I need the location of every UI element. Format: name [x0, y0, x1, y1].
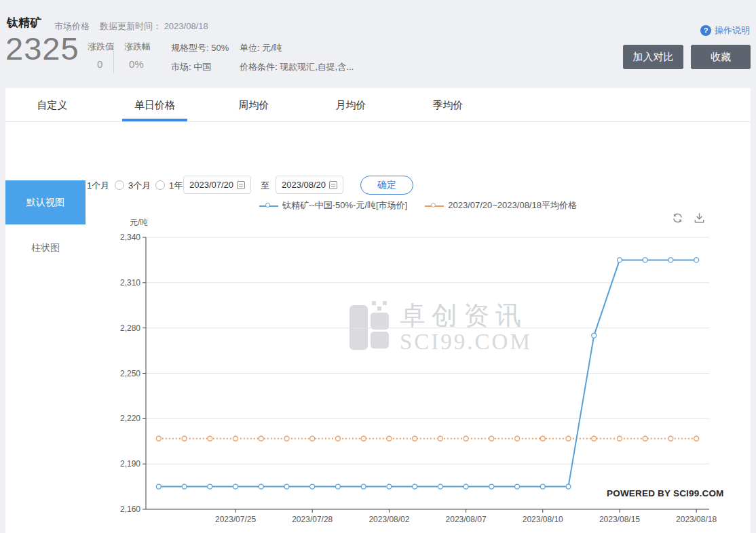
- legend-label: 钛精矿--中国-50%-元/吨[市场价]: [282, 199, 407, 212]
- svg-text:2023/08/07: 2023/08/07: [446, 515, 487, 524]
- line-marker-icon: [259, 203, 278, 209]
- filter-row: 时间周期 1个月 3个月 1年 2023/07/20 至 2023/08/20 …: [5, 122, 751, 170]
- tab-quarterly-avg[interactable]: 季均价: [433, 99, 464, 112]
- legend-label: 2023/07/20~2023/08/18平均价格: [448, 199, 577, 212]
- y-axis-unit-label: 元/吨: [130, 217, 148, 229]
- download-icon[interactable]: [693, 212, 706, 224]
- svg-text:2023/08/18: 2023/08/18: [676, 515, 717, 524]
- help-label: 操作说明: [715, 24, 750, 37]
- svg-text:2,220: 2,220: [120, 414, 140, 423]
- tab-daily-price[interactable]: 单日价格: [134, 99, 175, 112]
- price-condition: 价格条件: 现款现汇,自提,含...: [240, 61, 354, 73]
- tab-bar: 自定义 单日价格 周均价 月均价 季均价: [5, 88, 751, 122]
- change-value-label: 涨跌值: [88, 41, 114, 53]
- tab-monthly-avg[interactable]: 月均价: [336, 99, 366, 112]
- chart-toolbar: [671, 212, 706, 224]
- powered-by-text: POWERED BY SCI99.COM: [607, 488, 724, 498]
- page-title: 钛精矿: [7, 15, 41, 31]
- sidebar-item-bar-chart[interactable]: 柱状图: [5, 241, 86, 254]
- svg-text:2,340: 2,340: [120, 233, 140, 242]
- change-value: 0: [97, 58, 102, 70]
- active-tab-indicator: [122, 119, 187, 121]
- market-region: 市场: 中国: [171, 61, 211, 73]
- change-pct: 0%: [129, 58, 144, 70]
- divider: [113, 42, 114, 73]
- refresh-icon[interactable]: [671, 212, 684, 224]
- svg-text:2023/07/25: 2023/07/25: [215, 515, 256, 524]
- chart-legend: 钛精矿--中国-50%-元/吨[市场价] 2023/07/20~2023/08/…: [86, 199, 751, 212]
- tab-weekly-avg[interactable]: 周均价: [239, 99, 269, 112]
- legend-item-price-series[interactable]: 钛精矿--中国-50%-元/吨[市场价]: [259, 199, 407, 212]
- tab-custom[interactable]: 自定义: [37, 99, 68, 112]
- svg-text:2023/08/10: 2023/08/10: [523, 515, 563, 524]
- svg-text:2023/08/02: 2023/08/02: [368, 515, 409, 524]
- current-price: 2325: [5, 30, 79, 67]
- update-time-date: 2023/08/18: [164, 21, 208, 31]
- svg-text:2,190: 2,190: [120, 459, 140, 469]
- svg-text:2023/08/15: 2023/08/15: [599, 515, 640, 524]
- favorite-button[interactable]: 收藏: [691, 45, 751, 69]
- svg-text:2,250: 2,250: [120, 369, 140, 378]
- question-icon: ?: [700, 25, 711, 36]
- chart-area: 钛精矿--中国-50%-元/吨[市场价] 2023/07/20~2023/08/…: [86, 170, 751, 533]
- main-panel: 自定义 单日价格 周均价 月均价 季均价 时间周期 1个月 3个月 1年 202…: [5, 88, 751, 533]
- add-compare-button[interactable]: 加入对比: [623, 45, 683, 69]
- svg-text:2,160: 2,160: [120, 505, 140, 514]
- price-unit: 单位: 元/吨: [240, 42, 282, 54]
- header: 钛精矿 市场价格 数据更新时间： 2023/08/18 2325 涨跌值 0 涨…: [0, 0, 756, 88]
- spec-model: 规格型号: 50%: [171, 42, 229, 54]
- change-pct-label: 涨跌幅: [124, 41, 151, 53]
- help-link[interactable]: ? 操作说明: [700, 24, 750, 37]
- svg-text:2,280: 2,280: [120, 323, 140, 333]
- svg-text:2023/07/28: 2023/07/28: [292, 515, 333, 524]
- svg-text:2,310: 2,310: [120, 278, 140, 288]
- line-marker-icon: [425, 203, 444, 209]
- update-time: 数据更新时间： 2023/08/18: [100, 20, 208, 33]
- legend-item-average-series[interactable]: 2023/07/20~2023/08/18平均价格: [425, 199, 577, 212]
- sidebar-item-default-view[interactable]: 默认视图: [5, 180, 86, 224]
- update-time-label: 数据更新时间：: [100, 21, 162, 31]
